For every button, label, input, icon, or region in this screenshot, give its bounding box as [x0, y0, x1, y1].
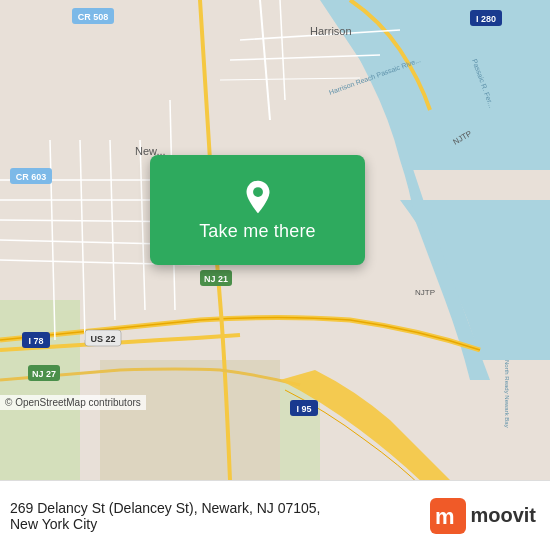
svg-text:NJTP: NJTP	[415, 288, 435, 297]
svg-text:CR 603: CR 603	[16, 172, 47, 182]
svg-text:I 280: I 280	[476, 14, 496, 24]
svg-text:I 95: I 95	[296, 404, 311, 414]
address-block: 269 Delancy St (Delancey St), Newark, NJ…	[10, 500, 320, 532]
svg-text:US 22: US 22	[90, 334, 115, 344]
svg-text:I 78: I 78	[28, 336, 43, 346]
svg-text:NJ 27: NJ 27	[32, 369, 56, 379]
location-pin-icon	[240, 179, 276, 215]
moovit-logo-icon: m	[430, 498, 466, 534]
svg-text:m: m	[435, 504, 455, 529]
moovit-brand-text: moovit	[470, 504, 536, 527]
svg-text:CR 508: CR 508	[78, 12, 109, 22]
address-line1: 269 Delancy St (Delancey St), Newark, NJ…	[10, 500, 320, 516]
svg-text:North Ready Newark Bay: North Ready Newark Bay	[504, 360, 510, 428]
copyright-notice: © OpenStreetMap contributors	[0, 395, 146, 410]
cta-button-label: Take me there	[199, 221, 316, 242]
svg-text:NJ 21: NJ 21	[204, 274, 228, 284]
cta-card[interactable]: Take me there	[150, 155, 365, 265]
svg-rect-3	[100, 360, 280, 480]
svg-text:Harrison: Harrison	[310, 25, 352, 37]
svg-rect-1	[0, 300, 80, 480]
svg-point-43	[253, 187, 263, 197]
address-line2: New York City	[10, 516, 320, 532]
bottom-bar: 269 Delancy St (Delancey St), Newark, NJ…	[0, 480, 550, 550]
map-container: CR 508 CR 603 NJ 21 I 78 US 22 NJ 27 I 9…	[0, 0, 550, 480]
moovit-logo: m moovit	[430, 498, 536, 534]
